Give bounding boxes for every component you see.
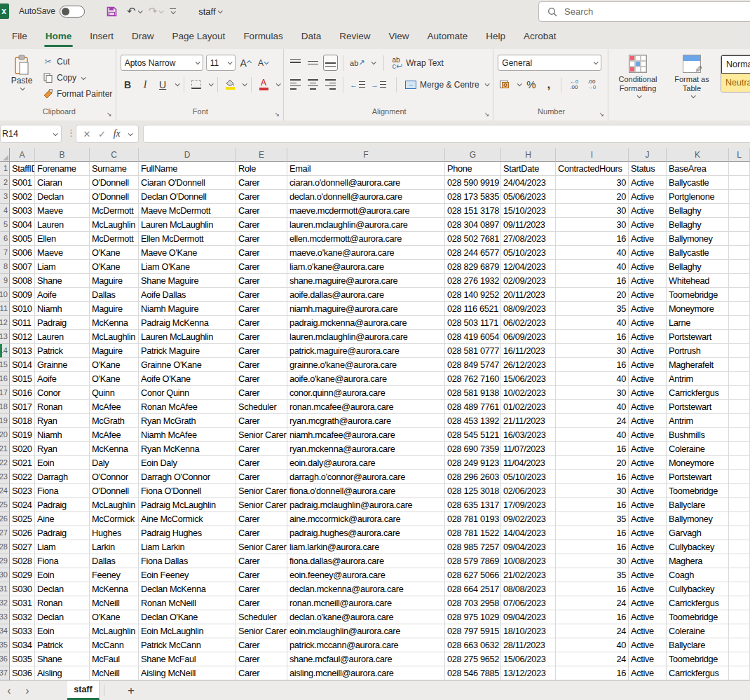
cell[interactable]: Active [629,526,667,540]
cell[interactable]: Active [629,540,667,554]
cell[interactable]: 16 [556,498,629,512]
cell[interactable]: 10/08/2023 [501,554,556,568]
cell[interactable]: Active [629,372,667,386]
cell[interactable]: 028 304 0897 [445,218,501,232]
cell[interactable] [729,554,750,568]
cell[interactable]: 16 [556,610,629,624]
cell[interactable]: 16 [556,666,629,680]
column-header-L[interactable]: L [729,148,750,162]
cell[interactable]: shane.maguire@aurora.care [287,274,445,288]
conditional-formatting-button[interactable]: Conditional Formatting [613,55,663,98]
cell[interactable]: Ronan [35,596,90,610]
cell[interactable]: Aine [35,512,90,526]
cell[interactable] [729,652,750,666]
cell[interactable]: 30 [556,484,629,498]
cell[interactable]: Ballycastle [667,246,729,260]
cell[interactable]: Shane Maguire [139,274,236,288]
cell[interactable]: Carer [236,596,287,610]
cell[interactable]: S035 [10,652,35,666]
cell[interactable]: lauren.mclaughlin@aurora.care [287,218,445,232]
cell[interactable]: 028 296 2603 [445,470,501,484]
fill-color-button[interactable] [223,76,238,92]
cell[interactable]: 028 581 9138 [445,386,501,400]
save-button[interactable] [104,3,118,20]
cell[interactable]: Hughes [90,526,139,540]
cell[interactable]: S022 [10,470,35,484]
cell[interactable] [729,344,750,358]
row-number-31[interactable]: 31 [0,582,10,596]
cell[interactable]: S028 [10,554,35,568]
cell[interactable] [729,638,750,652]
cell[interactable]: Phone [445,162,501,176]
cell[interactable]: Padraig [35,526,90,540]
row-number-1[interactable]: 1 [0,162,10,176]
cell[interactable]: 028 502 7681 [445,232,501,246]
select-all-corner[interactable] [0,148,10,162]
cell[interactable]: S030 [10,582,35,596]
cell[interactable]: Active [629,400,667,414]
cell[interactable]: O'Kane [90,358,139,372]
cell[interactable]: Active [629,316,667,330]
cell[interactable]: 16 [556,582,629,596]
cell[interactable]: Ryan [35,414,90,428]
cell[interactable]: Toomebridge [667,288,729,302]
percent-button[interactable]: % [524,76,538,92]
cell[interactable] [729,358,750,372]
align-bottom-button[interactable] [323,55,338,71]
cell[interactable]: Maeve [35,246,90,260]
cell[interactable]: Larne [667,316,729,330]
cell[interactable] [729,456,750,470]
cell[interactable]: 028 985 7257 [445,540,501,554]
cell[interactable]: 40 [556,428,629,442]
cell[interactable] [729,386,750,400]
cell[interactable]: Liam [35,540,90,554]
cell[interactable]: 30 [556,386,629,400]
tab-draw[interactable]: Draw [123,22,163,49]
row-number-16[interactable]: 16 [0,372,10,386]
wrap-text-button[interactable]: abc↩ Wrap Text [393,57,444,69]
format-as-table-button[interactable]: ✎ Format as Table [670,55,714,98]
cell[interactable]: Bellaghy [667,260,729,274]
cell[interactable]: O'Donnell [90,190,139,204]
cell[interactable]: Lauren McLaughlin [139,330,236,344]
name-box[interactable]: R14 [0,125,62,143]
cell[interactable]: 02/09/2023 [501,274,556,288]
cell[interactable]: Active [629,246,667,260]
cell[interactable]: liam.o'kane@aurora.care [287,260,445,274]
cell[interactable]: Padraig [35,498,90,512]
cell[interactable]: S003 [10,204,35,218]
cell[interactable]: Darragh O'Connor [139,470,236,484]
cell[interactable]: Maguire [90,302,139,316]
cell[interactable]: Liam Larkin [139,540,236,554]
comma-button[interactable]: , [541,76,556,92]
cell[interactable]: McKenna [90,442,139,456]
cell[interactable]: Dallas [90,288,139,302]
cell[interactable]: Active [629,666,667,680]
cell[interactable]: Ronan McNeill [139,596,236,610]
cell[interactable]: McGrath [90,414,139,428]
cell[interactable]: Ciaran [35,176,90,190]
row-number-24[interactable]: 24 [0,484,10,498]
cell[interactable]: 40 [556,372,629,386]
row-number-33[interactable]: 33 [0,610,10,624]
row-number-10[interactable]: 10 [0,288,10,302]
cell[interactable]: Cullybackey [667,582,729,596]
dialog-launcher-icon[interactable]: ↘ [275,111,280,117]
cell[interactable] [729,330,750,344]
cell[interactable]: Forename [35,162,90,176]
cell[interactable]: Carrickfergus [667,666,729,680]
cell[interactable]: O'Donnell [90,176,139,190]
cell[interactable]: 028 590 9919 [445,176,501,190]
align-middle-button[interactable] [306,55,320,71]
cell[interactable]: Carer [236,204,287,218]
tab-help[interactable]: Help [477,22,514,49]
add-sheet-button[interactable]: + [117,681,145,700]
cell[interactable]: Antrim [667,414,729,428]
cell[interactable] [729,302,750,316]
cell[interactable]: McKenna [90,582,139,596]
sheet-next-button[interactable]: › [18,681,36,700]
cell[interactable]: patrick.maguire@aurora.care [287,344,445,358]
cell[interactable]: Email [287,162,445,176]
row-number-23[interactable]: 23 [0,470,10,484]
cell[interactable]: Status [629,162,667,176]
